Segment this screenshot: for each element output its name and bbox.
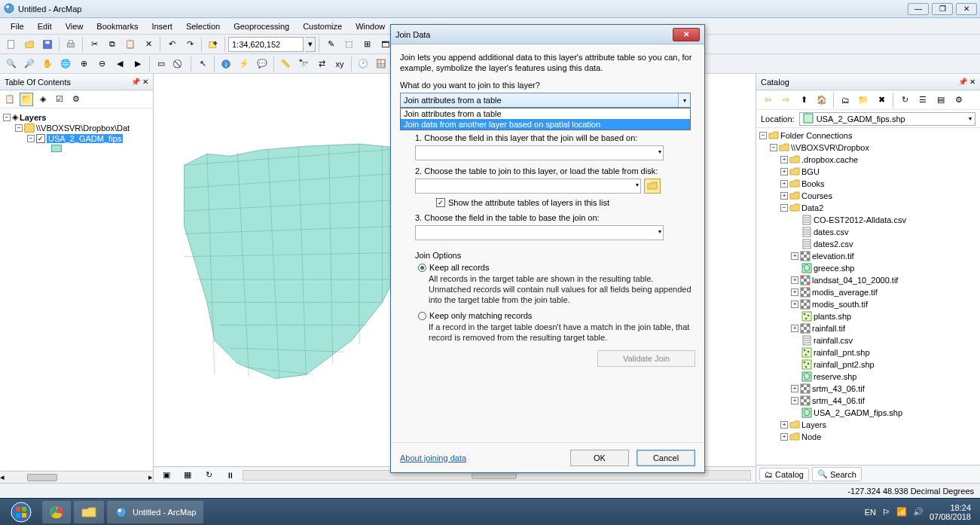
home-icon[interactable]: 🏠: [814, 92, 830, 108]
server-folder[interactable]: − \\VBOXSVR\Dropbox: [759, 142, 977, 154]
expander-icon[interactable]: +: [791, 301, 798, 308]
keep-all-radio[interactable]: [418, 264, 426, 272]
menu-selection[interactable]: Selection: [180, 20, 226, 32]
back-icon[interactable]: ⇦: [759, 92, 776, 108]
field2-dropdown[interactable]: ▾: [415, 225, 664, 240]
open-icon[interactable]: [21, 36, 38, 53]
expander-icon[interactable]: −: [15, 124, 23, 132]
folder-item[interactable]: + Node: [759, 431, 977, 443]
toc-tree[interactable]: − ◈ Layers − \\VBOXSVR\Dropbox\Dat − ✓ U…: [0, 108, 153, 471]
taskbar-arcmap[interactable]: Untitled - ArcMap: [107, 501, 203, 523]
dropdown-option-highlight[interactable]: Join data from another layer based on sp…: [401, 119, 690, 130]
table-dropdown[interactable]: ▾: [415, 179, 641, 194]
select-features-icon[interactable]: ▭: [153, 56, 169, 72]
file-item[interactable]: dates2.csv: [759, 238, 977, 250]
options-icon[interactable]: ⚙: [69, 93, 83, 106]
toolbar-icon-a[interactable]: ⬚: [340, 36, 357, 53]
delete-icon[interactable]: ✕: [140, 36, 157, 53]
forward-extent-icon[interactable]: ▶: [130, 56, 146, 72]
dropdown-option[interactable]: Join attributes from a table: [401, 108, 690, 119]
file-item[interactable]: + modis_average.tif: [759, 286, 977, 298]
ok-button[interactable]: OK: [570, 450, 629, 466]
tray-network-icon[interactable]: 📶: [896, 507, 907, 517]
go-to-xy-icon[interactable]: xy: [331, 56, 348, 72]
file-item[interactable]: + modis_south.tif: [759, 298, 977, 310]
create-viewer-icon[interactable]: 🪟: [373, 56, 389, 72]
up-icon[interactable]: ⬆: [795, 92, 812, 108]
expander-icon[interactable]: +: [791, 385, 798, 392]
zoom-in-icon[interactable]: 🔍: [3, 56, 20, 72]
expander-icon[interactable]: −: [770, 144, 777, 151]
file-item[interactable]: rainfall_pnt.shp: [759, 346, 977, 359]
expander-icon[interactable]: +: [780, 421, 788, 429]
tray-flag-icon[interactable]: 🏳: [882, 508, 890, 517]
file-item[interactable]: + rainfall.tif: [759, 322, 977, 334]
zoom-out-icon[interactable]: 🔎: [21, 56, 38, 72]
file-item[interactable]: rainfall_pnt2.shp: [759, 359, 977, 371]
start-button[interactable]: [3, 500, 39, 524]
show-tables-checkbox[interactable]: ✓: [436, 198, 445, 207]
join-type-dropdown[interactable]: Join attributes from a table ▾: [400, 93, 691, 108]
chevron-down-icon[interactable]: ▾: [678, 93, 690, 107]
undo-icon[interactable]: ↶: [163, 36, 180, 53]
menu-windows[interactable]: Window: [350, 20, 391, 32]
layout-view-icon[interactable]: ▦: [179, 467, 196, 484]
toolbar-icon-b[interactable]: ⊞: [359, 36, 375, 53]
file-item[interactable]: + srtm_44_06.tif: [759, 395, 977, 407]
options-icon[interactable]: ⚙: [951, 92, 967, 108]
file-item[interactable]: + srtm_43_06.tif: [759, 383, 977, 395]
scale-dropdown[interactable]: ▾: [305, 37, 316, 52]
validate-join-button[interactable]: Validate Join: [597, 350, 695, 367]
toggle-tree-icon[interactable]: 🗂: [837, 92, 853, 108]
maximize-button[interactable]: ❐: [932, 3, 953, 15]
layer-checkbox[interactable]: ✓: [36, 134, 45, 143]
folder-item[interactable]: + .dropbox.cache: [759, 154, 977, 166]
list-by-drawing-icon[interactable]: 📋: [3, 93, 17, 106]
find-route-icon[interactable]: ⇄: [313, 56, 330, 72]
clock[interactable]: 18:24 07/08/2018: [930, 503, 977, 521]
language-indicator[interactable]: EN: [865, 508, 876, 517]
redo-icon[interactable]: ↷: [182, 36, 198, 53]
catalog-tree[interactable]: − Folder Connections− \\VBOXSVR\Dropbox+…: [756, 128, 980, 465]
menu-insert[interactable]: Insert: [145, 20, 179, 32]
menu-edit[interactable]: Edit: [32, 20, 58, 32]
cancel-button[interactable]: Cancel: [637, 450, 695, 466]
pan-icon[interactable]: ✋: [39, 56, 56, 72]
list-by-source-icon[interactable]: 📁: [20, 93, 33, 106]
file-item[interactable]: + landsat_04_10_2000.tif: [759, 274, 977, 286]
expander-icon[interactable]: +: [780, 168, 788, 176]
fixed-zoom-in-icon[interactable]: ⊕: [75, 56, 92, 72]
copy-icon[interactable]: ⧉: [104, 36, 121, 53]
file-item[interactable]: + elevation.tif: [759, 250, 977, 262]
expander-icon[interactable]: +: [780, 192, 788, 200]
time-slider-icon[interactable]: 🕑: [355, 56, 371, 72]
save-icon[interactable]: [39, 36, 56, 53]
taskbar-explorer[interactable]: [74, 501, 104, 523]
measure-icon[interactable]: 📏: [277, 56, 294, 72]
expander-icon[interactable]: +: [791, 325, 798, 332]
list-by-selection-icon[interactable]: ☑: [53, 93, 66, 106]
file-item[interactable]: CO-EST2012-Alldata.csv: [759, 214, 977, 226]
expander-icon[interactable]: +: [791, 288, 798, 296]
about-joining-link[interactable]: About joining data: [400, 453, 466, 462]
keep-match-radio[interactable]: [418, 312, 426, 320]
identify-icon[interactable]: i: [218, 56, 234, 72]
menu-customize[interactable]: Customize: [297, 20, 348, 32]
scale-input[interactable]: 1:34,620,152: [228, 37, 304, 52]
expander-icon[interactable]: +: [780, 433, 788, 441]
expander-icon[interactable]: +: [791, 397, 798, 404]
full-extent-icon[interactable]: 🌐: [57, 56, 74, 72]
folder-item[interactable]: + Layers: [759, 419, 977, 431]
toc-layer[interactable]: USA_2_GADM_fips: [47, 134, 123, 143]
clear-selection-icon[interactable]: ⃠: [171, 56, 188, 72]
menu-bookmarks[interactable]: Bookmarks: [90, 20, 144, 32]
back-extent-icon[interactable]: ◀: [111, 56, 128, 72]
expander-icon[interactable]: +: [780, 180, 788, 188]
editor-toolbar-icon[interactable]: ✎: [322, 36, 339, 53]
menu-view[interactable]: View: [60, 20, 90, 32]
folder-item[interactable]: + BGU: [759, 166, 977, 178]
minimize-button[interactable]: —: [908, 3, 929, 15]
tab-search[interactable]: 🔍Search: [812, 467, 862, 481]
refresh-catalog-icon[interactable]: ↻: [896, 92, 913, 108]
file-item[interactable]: greece.shp: [759, 262, 977, 274]
